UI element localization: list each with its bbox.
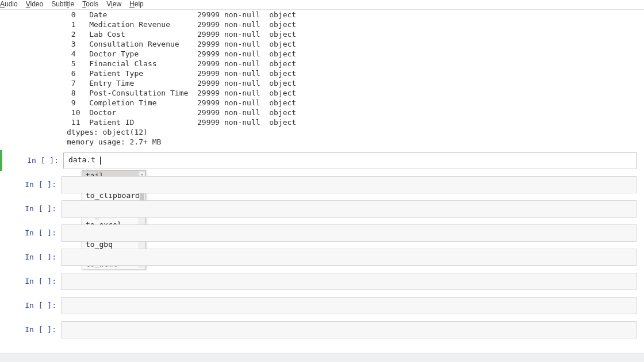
cell-input[interactable]	[61, 297, 637, 314]
cell-prompt: In [ ]:	[0, 273, 61, 285]
menu-subtitle[interactable]: Subtitle	[51, 0, 74, 8]
cell-input[interactable]	[61, 321, 637, 338]
code-text: data.t	[68, 155, 95, 164]
cell-input-active[interactable]: data.t	[63, 152, 637, 169]
notebook-area: 0 Date 29999 non-null object 1 Medicatio…	[0, 10, 644, 340]
df-info-output: 0 Date 29999 non-null object 1 Medicatio…	[67, 10, 644, 147]
code-cell-empty[interactable]: In [ ]:	[0, 174, 644, 195]
menu-audio[interactable]: Audio	[0, 0, 18, 8]
cell-input[interactable]	[61, 200, 637, 218]
footer-bar	[0, 353, 644, 362]
cell-prompt: In [ ]:	[0, 249, 61, 261]
cell-prompt: In [ ]:	[2, 152, 63, 165]
text-cursor	[100, 157, 101, 165]
cell-input[interactable]	[61, 176, 637, 193]
code-cell-active[interactable]: In [ ]: data.t	[0, 150, 644, 171]
cell-prompt: In [ ]:	[0, 297, 61, 310]
menu-tools[interactable]: Tools	[82, 0, 98, 8]
cell-prompt: In [ ]:	[0, 176, 61, 189]
code-cell-empty[interactable]: In [ ]:	[0, 223, 644, 243]
cell-input[interactable]	[61, 224, 637, 242]
cell-prompt: In [ ]:	[0, 200, 61, 213]
menu-video[interactable]: Video	[26, 0, 43, 8]
menu-bar: Audio Video Subtitle Tools View Help	[0, 0, 644, 10]
cell-prompt: In [ ]:	[0, 224, 61, 237]
cell-input[interactable]	[61, 273, 637, 290]
code-cell-empty[interactable]: In [ ]:	[0, 271, 644, 292]
code-cell-empty[interactable]: In [ ]:	[0, 247, 644, 268]
code-cell-empty[interactable]: In [ ]:	[0, 295, 644, 316]
code-cell-empty[interactable]: In [ ]:	[0, 319, 644, 340]
code-cell-empty[interactable]: In [ ]:	[0, 199, 644, 219]
menu-view[interactable]: View	[106, 0, 121, 8]
menu-help[interactable]: Help	[129, 0, 144, 8]
cell-input[interactable]	[61, 249, 637, 266]
cell-prompt: In [ ]:	[0, 321, 61, 334]
